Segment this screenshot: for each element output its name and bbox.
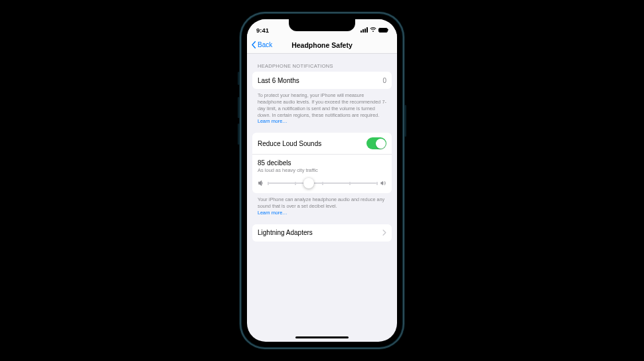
notifications-group: Last 6 Months 0 [252, 72, 392, 89]
mute-switch [238, 72, 240, 85]
power-button [404, 105, 406, 137]
speaker-low-icon [258, 180, 264, 186]
page-title: Headphone Safety [291, 41, 353, 49]
adapters-label: Lightning Adapters [258, 229, 313, 236]
reduce-loud-sounds-row: Reduce Loud Sounds [252, 133, 392, 155]
phone-frame: 9:41 Bac [240, 12, 404, 349]
status-time: 9:41 [256, 27, 269, 34]
reduce-loud-sounds-toggle[interactable] [366, 137, 386, 149]
cellular-icon [361, 27, 368, 33]
adapters-group: Lightning Adapters [252, 224, 392, 242]
learn-more-link-2[interactable]: Learn more… [258, 210, 287, 216]
notch [289, 19, 355, 31]
wifi-icon [370, 27, 376, 33]
chevron-right-icon [382, 230, 386, 236]
lightning-adapters-row[interactable]: Lightning Adapters [252, 224, 392, 242]
volume-down-button [238, 123, 240, 145]
row-value: 0 [382, 77, 386, 84]
learn-more-link[interactable]: Learn more… [258, 118, 287, 124]
screen: 9:41 Bac [247, 19, 397, 342]
reduce-loud-sounds-group: Reduce Loud Sounds 85 decibels As loud a… [252, 133, 392, 193]
slider-thumb[interactable] [303, 178, 314, 188]
reduce-footer: Your iPhone can analyze headphone audio … [252, 193, 392, 216]
decibel-slider[interactable] [268, 182, 376, 184]
last-6-months-row[interactable]: Last 6 Months 0 [252, 72, 392, 89]
reduce-label: Reduce Loud Sounds [258, 140, 321, 147]
decibel-slider-row: 85 decibels As loud as heavy city traffi… [252, 155, 392, 193]
section-header-notifications: Headphone Notifications [252, 54, 392, 72]
back-button[interactable]: Back [251, 41, 272, 48]
battery-icon [378, 28, 388, 33]
volume-up-button [238, 97, 240, 118]
row-label: Last 6 Months [258, 77, 299, 84]
notifications-footer: To protect your hearing, your iPhone wil… [252, 89, 392, 125]
chevron-left-icon [251, 41, 256, 48]
home-indicator[interactable] [295, 336, 349, 339]
decibel-subtitle: As loud as heavy city traffic [258, 167, 386, 173]
speaker-high-icon [380, 180, 386, 186]
decibel-value: 85 decibels [258, 159, 386, 167]
back-label: Back [258, 41, 272, 48]
nav-bar: Back Headphone Safety [247, 36, 397, 54]
